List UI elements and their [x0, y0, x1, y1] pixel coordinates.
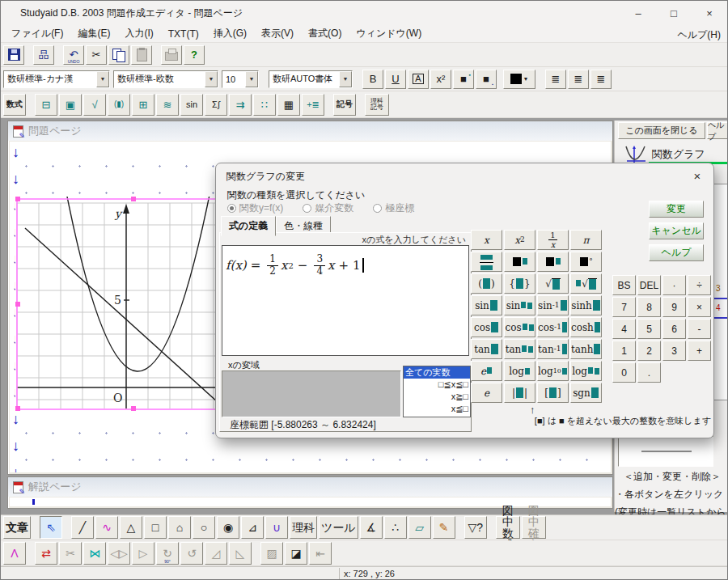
numpad-key[interactable]: 5 — [637, 319, 661, 339]
key-sin[interactable]: sin — [471, 295, 502, 315]
inscribed-tool[interactable]: ◉ — [217, 516, 239, 539]
numpad-key[interactable]: · — [662, 275, 686, 295]
font-select-eu[interactable]: 数研標準-欧数 ▼ — [113, 70, 218, 88]
key-floor[interactable]: [] — [537, 383, 569, 403]
scale-tool[interactable]: ◺ — [229, 542, 252, 565]
key-tan[interactable]: tan — [471, 339, 502, 359]
figure-confirm-button[interactable]: 図中確定 — [522, 516, 546, 539]
key-sgn[interactable]: sgn — [570, 383, 602, 403]
key-x[interactable]: x — [471, 230, 502, 250]
key-sin-pow[interactable]: sin — [504, 295, 535, 315]
key-nth-root[interactable]: √ — [570, 273, 602, 294]
shear-tool[interactable]: ◿ — [205, 542, 227, 565]
key-fraction[interactable] — [471, 252, 502, 272]
brush-tool[interactable]: ✎ — [433, 516, 455, 539]
triangle-tool[interactable]: △ — [120, 516, 142, 539]
undo-button[interactable]: ↶UNDO — [63, 45, 84, 65]
root-template-button[interactable]: √ — [83, 94, 106, 116]
maximize-button[interactable]: □ — [656, 1, 692, 25]
trig-template-button[interactable]: sin — [180, 94, 203, 116]
key-e[interactable]: e — [471, 383, 502, 403]
key-power[interactable] — [504, 252, 535, 272]
region-tool[interactable]: ▱ — [408, 516, 431, 539]
menu-view[interactable]: 表示(V) — [254, 25, 301, 42]
numpad-key[interactable]: BS — [612, 275, 636, 295]
equation-button[interactable]: 数式 — [3, 94, 26, 116]
key-log[interactable]: log — [504, 361, 535, 381]
key-sinh[interactable]: sinh — [570, 295, 602, 315]
key-x-squared[interactable]: x2 — [504, 230, 535, 250]
key-tan-inv[interactable]: tan-1 — [537, 339, 569, 359]
domain-listbox[interactable]: 全ての実数□≦x≦□x≧□x≦□ — [403, 366, 471, 417]
key-tan-pow[interactable]: tan — [504, 339, 535, 359]
key-log-base[interactable]: log — [570, 361, 602, 381]
close-button[interactable]: × — [692, 1, 727, 25]
filter-tool[interactable]: ▽? — [464, 516, 487, 539]
numpad-key[interactable]: + — [688, 341, 711, 361]
numpad-key[interactable]: 0 — [612, 362, 636, 383]
sum-integral-button[interactable]: Σ∫ — [205, 94, 227, 116]
key-brace[interactable]: {} — [504, 273, 535, 294]
help-button[interactable]: ? — [184, 45, 205, 65]
rect-tool[interactable]: □ — [144, 516, 167, 539]
parts-button[interactable]: 品 — [33, 45, 54, 65]
superscript-button[interactable]: x² — [430, 70, 451, 89]
change-button[interactable]: 変更 — [649, 201, 704, 218]
align-objects-tool[interactable]: ⇤ — [309, 542, 332, 565]
arrow-template-button[interactable]: ⇉ — [229, 94, 252, 116]
key-one-over-x[interactable]: 1x — [537, 230, 569, 250]
key-abs[interactable]: || — [504, 383, 535, 403]
numpad-key[interactable]: ÷ — [688, 275, 711, 295]
science-symbol-button[interactable]: 理科記号 — [365, 94, 389, 116]
key-cos-pow[interactable]: cos — [504, 317, 535, 337]
intersect-tool[interactable]: ⋈ — [83, 542, 106, 565]
key-log10[interactable]: log10 — [537, 361, 569, 381]
flip-h-tool[interactable]: ◁▷ — [108, 542, 130, 565]
align-right-button[interactable]: ≣ — [590, 70, 612, 89]
pentagon-tool[interactable]: ⌂ — [168, 516, 191, 539]
domain-option[interactable]: □≦x≦□ — [404, 379, 470, 391]
align-left-button[interactable]: ≣ — [545, 70, 566, 89]
symbol-button[interactable]: 記号 — [333, 94, 356, 116]
menu-input[interactable]: 入力(I) — [117, 25, 160, 42]
flip-v-tool[interactable]: ▷ — [132, 542, 154, 565]
menu-format[interactable]: 書式(O) — [301, 25, 349, 42]
numpad-key[interactable]: - — [688, 319, 711, 339]
panel-help-button[interactable]: ヘルプ — [707, 122, 728, 139]
bold-button[interactable]: B — [362, 70, 383, 89]
menu-insert[interactable]: 挿入(G) — [206, 25, 254, 42]
numbered-expression-button[interactable]: +≣ — [302, 94, 324, 116]
numpad-key[interactable]: 1 — [612, 341, 636, 361]
shadow-tool[interactable]: ▨ — [260, 542, 283, 565]
char-upper-button[interactable]: ■▪ — [453, 70, 474, 89]
numpad-key[interactable]: DEL — [637, 275, 661, 295]
key-subscript[interactable] — [537, 252, 569, 272]
chevron-down-icon[interactable]: ▼ — [245, 71, 258, 87]
numpad-key[interactable]: 9 — [662, 297, 686, 317]
function-listbox[interactable] — [618, 436, 713, 467]
radio-parametric[interactable]: 媒介変数 — [303, 201, 353, 215]
radio-function[interactable]: 関数y=f(x) — [227, 201, 283, 215]
key-cos-inv[interactable]: cos-1 — [537, 317, 569, 337]
numpad-key[interactable]: 7 — [612, 297, 636, 317]
fraction-template-button[interactable]: ⊟ — [35, 94, 57, 116]
tools-button[interactable]: ツール — [319, 516, 358, 539]
cut-button[interactable]: ✂ — [86, 45, 107, 65]
simultaneous-button[interactable]: ∷ — [253, 94, 276, 116]
close-screen-button[interactable]: この画面を閉じる — [618, 122, 705, 139]
rotate90-tool[interactable]: ↻90° — [156, 542, 179, 565]
radio-polar[interactable]: 極座標 — [373, 201, 414, 215]
print-button[interactable] — [161, 45, 182, 65]
explanation-page-titlebar[interactable]: 解説ページ — [8, 477, 612, 497]
figure-equation-button[interactable]: 図中数式 — [496, 516, 520, 539]
numpad-key[interactable]: × — [688, 297, 711, 317]
dialog-help-button[interactable]: ヘルプ — [649, 244, 704, 261]
numpad-key[interactable]: 3 — [662, 341, 686, 361]
function-list-partial[interactable]: 3 4 — [713, 184, 728, 400]
formula-input[interactable]: f(x) = 12 x2 − 34 x + 1 — [222, 245, 469, 356]
curve-tool[interactable]: ∿ — [95, 516, 118, 539]
select-pointer[interactable]: ⇖ — [40, 516, 62, 539]
numpad-key[interactable]: 8 — [637, 297, 661, 317]
copy-button[interactable] — [108, 45, 129, 65]
cases-template-button[interactable]: ≋ — [156, 94, 179, 116]
